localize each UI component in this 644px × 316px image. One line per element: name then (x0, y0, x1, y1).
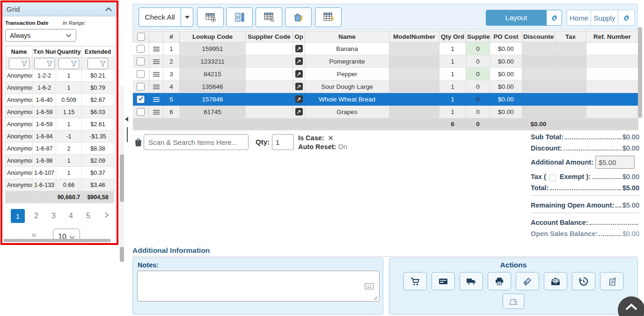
page-size-select[interactable]: 10 (53, 229, 80, 245)
col-supplied[interactable]: Supplie (466, 31, 490, 43)
open-item-button[interactable] (295, 70, 303, 78)
grid-filter-extended[interactable] (88, 58, 108, 69)
row-menu-icon[interactable] (153, 97, 160, 102)
chevron-up-icon[interactable] (105, 5, 112, 13)
layout-settings-button[interactable] (547, 10, 562, 26)
delivery-button[interactable] (460, 272, 483, 290)
grid-col-name[interactable]: Name (6, 46, 33, 57)
grid-panel-header[interactable]: Grid (2, 2, 117, 16)
page-button-5[interactable]: 5 (86, 212, 90, 220)
nav-settings-button[interactable] (618, 10, 635, 26)
next-page-icon[interactable] (104, 212, 109, 220)
col-po-cost[interactable]: PO Cost (490, 31, 522, 43)
item-row[interactable]: 3 84215 Pepper 1 0 $0.00 (133, 68, 638, 80)
email-button[interactable] (544, 272, 567, 290)
item-row[interactable]: 2 1233211 Pomegranite 1 0 $0.00 (133, 55, 638, 68)
register-button[interactable] (503, 294, 524, 309)
col-supplier-code[interactable]: Supplier Code (246, 31, 293, 43)
notes-doc-button[interactable] (600, 272, 623, 290)
date-filter-select[interactable]: Always (5, 29, 76, 42)
home-button[interactable]: Home (567, 10, 591, 26)
grid-row[interactable]: Anonymous1-6-872$8.38 (6, 143, 114, 155)
grid-row[interactable]: Anonymous1-6-591.15$6.03 (6, 106, 114, 118)
sidebar-scrollbar-thumb[interactable] (120, 247, 124, 262)
grid-row[interactable]: Anonymous1-6-591$2.61 (6, 118, 114, 130)
row-checkbox[interactable] (137, 70, 145, 78)
history-button[interactable] (572, 272, 595, 290)
tax-exempt-checkbox[interactable] (549, 174, 556, 181)
col-op[interactable]: Op (293, 31, 305, 43)
row-checkbox[interactable] (137, 83, 145, 91)
quick-bag-button[interactable] (285, 7, 312, 27)
grid-row[interactable]: Anonymous1-6-84-1-$1.35 (6, 130, 114, 143)
sidebar-scrollbar-thumb[interactable] (120, 154, 124, 202)
item-row[interactable]: 4 135646 Sour Dough Large 1 0 $0.00 (133, 80, 638, 93)
item-row-selected[interactable]: 5 157846 Whole Wheat Bread 1 0 $0.00 (133, 93, 638, 106)
grid-row[interactable]: Anonymous1-6-400.509$2.67 (6, 94, 114, 106)
last-page-icon[interactable]: » (31, 230, 36, 240)
label-button[interactable] (516, 272, 539, 290)
open-item-button[interactable] (295, 45, 303, 52)
collapse-panel-icon[interactable] (125, 117, 128, 122)
grid-filter-name[interactable] (9, 58, 29, 69)
payment-button[interactable] (432, 272, 455, 290)
row-menu-icon[interactable] (153, 59, 160, 65)
row-checkbox[interactable] (137, 108, 145, 116)
row-checkbox[interactable] (137, 57, 145, 65)
item-row[interactable]: 6 61745 Grapes 1 0 $0.00 (133, 106, 638, 118)
open-item-button[interactable] (295, 57, 303, 65)
row-menu-icon[interactable] (153, 109, 160, 115)
x-mark-icon[interactable] (328, 134, 334, 143)
col-model-number[interactable]: ModelNumber (389, 31, 439, 43)
row-checkbox-checked[interactable] (137, 95, 145, 103)
check-all-checkbox[interactable] (137, 33, 145, 41)
keyboard-icon[interactable] (365, 283, 374, 291)
qty-input[interactable] (272, 134, 294, 150)
table-scrollbar-thumb[interactable] (638, 27, 642, 118)
grid-row[interactable]: Anonymous1-6-1330.66$3.46 (6, 179, 114, 191)
row-menu-icon[interactable] (153, 72, 160, 77)
row-checkbox[interactable] (137, 45, 145, 53)
grid-col-extended[interactable]: Extended (82, 46, 114, 57)
col-num[interactable]: # (163, 31, 180, 43)
scan-search-input[interactable] (144, 134, 249, 150)
print-button[interactable] (488, 272, 511, 290)
check-all-dropdown-button[interactable] (181, 7, 193, 27)
sidebar-scrollbar-track[interactable] (120, 87, 124, 263)
open-item-button[interactable] (295, 95, 303, 103)
grid-row[interactable]: Anonymous1-6-21$0.79 (6, 82, 114, 94)
page-button-2[interactable]: 2 (34, 212, 38, 220)
grid-col-quantity[interactable]: Quantity (56, 46, 82, 57)
quick-table-button[interactable] (315, 7, 342, 27)
layout-button[interactable]: Layout (486, 10, 547, 26)
splitter-handle[interactable] (127, 127, 128, 142)
page-button-1[interactable]: 1 (11, 209, 25, 223)
layout-panels-button[interactable] (226, 7, 253, 27)
notes-textarea[interactable] (137, 271, 380, 302)
col-tax[interactable]: Tax (555, 31, 586, 43)
item-row[interactable]: 1 159951 Banana 1 0 $0.00 (133, 43, 638, 55)
grid-row[interactable]: Anonymous1-6-981$2.09 (6, 155, 114, 167)
grid-row[interactable]: Anonymous1-2-21$0.21 (6, 70, 114, 82)
col-name[interactable]: Name (305, 31, 389, 43)
auto-reset-value[interactable]: On (338, 143, 347, 151)
col-discounted[interactable]: Discounte (522, 31, 555, 43)
row-menu-icon[interactable] (153, 46, 160, 52)
check-all-button[interactable]: Check All (139, 7, 181, 27)
additional-amount-input[interactable] (595, 156, 635, 169)
table-search-button[interactable] (256, 7, 282, 27)
col-ref-number[interactable]: Ref. Number (586, 31, 638, 43)
open-item-button[interactable] (295, 83, 303, 90)
open-item-button[interactable] (295, 108, 303, 115)
grid-col-txn[interactable]: Txn Num (33, 46, 56, 57)
grid-horizontal-scrollbar[interactable] (3, 239, 111, 242)
page-button-4[interactable]: 4 (69, 212, 73, 220)
cart-button[interactable] (403, 272, 427, 290)
page-button-3[interactable]: 3 (51, 212, 56, 220)
grid-row[interactable]: Anonymous1-6-1071$0.37 (6, 167, 114, 179)
col-lookup-code[interactable]: Lookup Code (180, 31, 246, 43)
add-grid-row-button[interactable] (197, 7, 224, 27)
grid-filter-txn[interactable] (34, 58, 55, 69)
col-qty-ordered[interactable]: Qty Ord (439, 31, 466, 43)
resize-handle[interactable] (373, 295, 377, 300)
